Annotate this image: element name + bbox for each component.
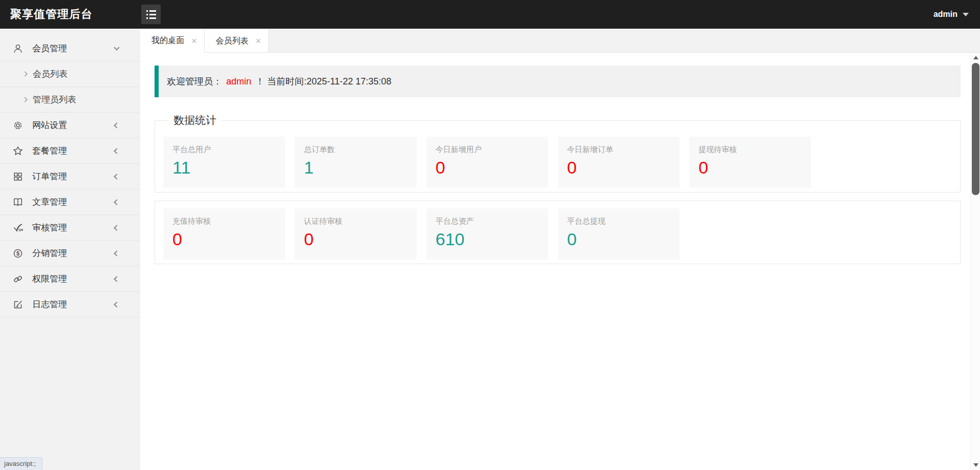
stat-card-withdrawal-pending: 提现待审核 0 <box>689 137 811 188</box>
svg-text:$: $ <box>16 250 19 256</box>
chevron-left-icon <box>114 302 119 307</box>
star-icon <box>13 146 23 156</box>
sidebar-item-label: 会员管理 <box>32 42 67 54</box>
top-header: 聚享值管理后台 admin <box>0 0 980 29</box>
sidebar-item-article-management[interactable]: 文章管理 <box>0 189 140 215</box>
stat-card-recharge-pending: 充值待审核 0 <box>163 208 285 260</box>
sidebar-item-member-management[interactable]: 会员管理 <box>0 36 140 61</box>
svg-text:QM: QM <box>18 228 23 231</box>
chevron-right-icon <box>23 72 28 77</box>
hamburger-icon <box>146 10 156 12</box>
stat-card-new-users-today: 今日新增用户 0 <box>426 137 548 188</box>
stat-value: 0 <box>435 159 548 176</box>
tab-member-list[interactable]: 会员列表 × <box>205 29 269 53</box>
scroll-down-button[interactable] <box>971 460 980 470</box>
close-icon[interactable]: × <box>191 36 197 46</box>
gear-icon <box>13 120 23 131</box>
stat-value: 0 <box>567 230 680 248</box>
stat-value: 11 <box>172 159 285 176</box>
grid-icon <box>13 172 23 182</box>
user-name: admin <box>933 10 957 19</box>
stat-card-total-users: 平台总用户 11 <box>163 137 285 188</box>
sidebar-subitem-member-list[interactable]: 会员列表 <box>0 61 140 87</box>
audit-icon: QM <box>13 223 23 233</box>
chevron-right-icon <box>23 97 28 102</box>
sidebar-item-site-settings[interactable]: 网站设置 <box>0 113 140 138</box>
chevron-down-icon <box>963 13 969 16</box>
stats-row-1: 平台总用户 11 总订单数 1 今日新增用户 0 今日新增订单 0 提现待审核 … <box>163 137 952 188</box>
sidebar-item-package-management[interactable]: 套餐管理 <box>0 138 140 164</box>
stat-card-new-orders-today: 今日新增订单 0 <box>558 137 680 188</box>
stats-legend: 数据统计 <box>168 113 222 127</box>
sidebar: 会员管理 会员列表 管理员列表 网站设置 套餐管理 订单管理 <box>0 29 140 470</box>
scroll-up-button[interactable] <box>971 53 980 62</box>
stat-card-platform-assets: 平台总资产 610 <box>426 208 548 260</box>
vertical-scrollbar[interactable] <box>970 53 980 470</box>
chevron-left-icon <box>114 250 119 256</box>
edit-icon <box>13 300 23 310</box>
tab-my-desktop[interactable]: 我的桌面 × <box>140 29 205 53</box>
welcome-admin-name: admin <box>226 76 251 87</box>
chevron-left-icon <box>114 225 119 230</box>
chevron-down-icon <box>114 45 119 50</box>
stat-value: 610 <box>435 230 548 248</box>
stats-panel-2: 充值待审核 0 认证待审核 0 平台总资产 610 平台总提现 0 <box>155 201 961 264</box>
stat-value: 0 <box>172 230 285 248</box>
chevron-left-icon <box>114 276 119 282</box>
stat-value: 0 <box>699 159 811 176</box>
stats-row-2: 充值待审核 0 认证待审核 0 平台总资产 610 平台总提现 0 <box>163 208 952 260</box>
chevron-left-icon <box>114 174 119 179</box>
sidebar-item-permission-management[interactable]: 权限管理 <box>0 266 140 292</box>
chevron-left-icon <box>114 122 119 128</box>
close-icon[interactable]: × <box>256 36 262 46</box>
sidebar-collapse-button[interactable] <box>141 5 161 24</box>
stat-value: 0 <box>567 159 680 176</box>
chevron-left-icon <box>114 148 119 154</box>
sidebar-item-log-management[interactable]: 日志管理 <box>0 292 140 317</box>
chevron-left-icon <box>114 199 119 205</box>
triangle-up-icon <box>973 56 978 59</box>
stat-value: 1 <box>304 159 417 176</box>
stat-card-total-orders: 总订单数 1 <box>295 137 417 188</box>
main-content: 欢迎管理员： admin ！ 当前时间:2025-11-22 17:35:08 … <box>140 53 970 470</box>
stat-card-certification-pending: 认证待审核 0 <box>295 208 417 260</box>
scrollbar-thumb[interactable] <box>972 63 979 195</box>
tab-bar: 我的桌面 × 会员列表 × <box>140 29 980 53</box>
sidebar-item-order-management[interactable]: 订单管理 <box>0 164 140 189</box>
book-icon <box>13 197 23 207</box>
stat-card-platform-withdrawals: 平台总提现 0 <box>558 208 680 260</box>
user-icon <box>13 44 23 54</box>
stat-value: 0 <box>304 230 417 248</box>
user-dropdown[interactable]: admin <box>933 0 969 29</box>
stats-panel: 数据统计 平台总用户 11 总订单数 1 今日新增用户 0 今日新增订单 0 提… <box>155 113 961 193</box>
sidebar-item-audit-management[interactable]: QM 审核管理 <box>0 215 140 241</box>
link-preview-status: javascript:; <box>0 457 42 470</box>
dollar-icon: $ <box>13 248 23 259</box>
app-title: 聚享值管理后台 <box>10 7 93 22</box>
sidebar-item-distribution-management[interactable]: $ 分销管理 <box>0 241 140 266</box>
sidebar-subitem-admin-list[interactable]: 管理员列表 <box>0 87 140 113</box>
link-icon <box>13 274 23 284</box>
welcome-banner: 欢迎管理员： admin ！ 当前时间:2025-11-22 17:35:08 <box>155 66 961 97</box>
triangle-down-icon <box>973 463 978 467</box>
